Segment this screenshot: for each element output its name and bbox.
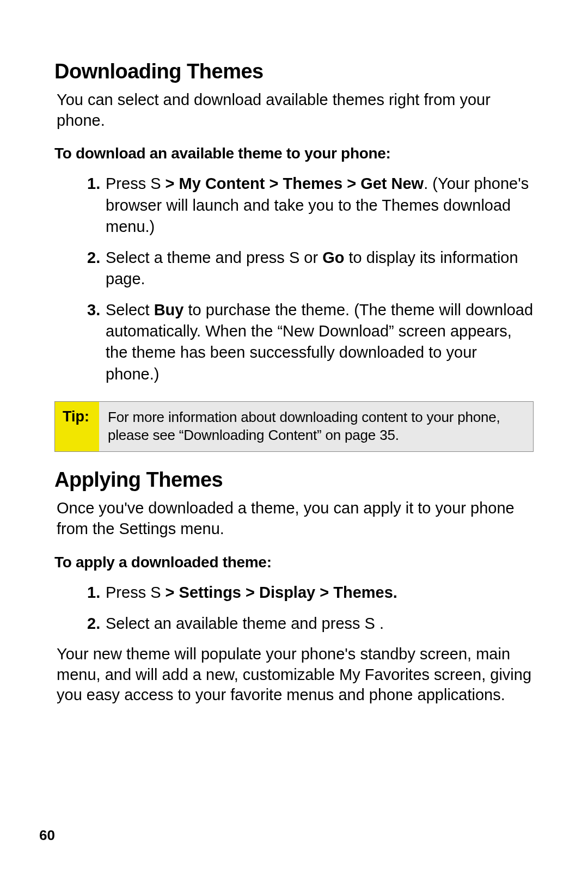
key-icon: S bbox=[150, 582, 161, 603]
subheading-apply: To apply a downloaded theme: bbox=[54, 554, 534, 571]
apply-steps-list: Press S > Settings > Display > Themes. S… bbox=[54, 582, 534, 634]
step-text: Select a theme and press bbox=[106, 249, 289, 266]
step-text: . bbox=[393, 584, 397, 601]
bold-term: Buy bbox=[154, 301, 184, 318]
heading-applying-themes: Applying Themes bbox=[54, 468, 534, 492]
nav-path: > Settings > Display > Themes bbox=[161, 584, 393, 601]
key-icon: S bbox=[365, 613, 375, 634]
tip-label: Tip: bbox=[55, 402, 99, 452]
step-text: . bbox=[375, 615, 384, 632]
step-item: Select an available theme and press S . bbox=[87, 613, 534, 634]
heading-downloading-themes: Downloading Themes bbox=[54, 60, 534, 83]
download-steps-list: Press S > My Content > Themes > Get New.… bbox=[54, 173, 534, 384]
tip-content: For more information about downloading c… bbox=[99, 402, 533, 452]
step-text: Select an available theme and press bbox=[106, 615, 365, 632]
subheading-download: To download an available theme to your p… bbox=[54, 145, 534, 162]
step-item: Press S > Settings > Display > Themes. bbox=[87, 582, 534, 603]
step-text: Select bbox=[106, 301, 154, 318]
intro-text: Once you've downloaded a theme, you can … bbox=[57, 498, 534, 539]
step-item: Select a theme and press S or Go to disp… bbox=[87, 247, 534, 290]
bold-term: Go bbox=[322, 249, 344, 266]
key-icon: S bbox=[289, 247, 299, 268]
step-item: Select Buy to purchase the theme. (The t… bbox=[87, 299, 534, 385]
step-text: or bbox=[299, 249, 322, 266]
manual-page: Downloading Themes You can select and do… bbox=[0, 0, 588, 882]
step-text: Press bbox=[106, 175, 150, 192]
key-icon: S bbox=[150, 173, 161, 194]
step-text: Press bbox=[106, 584, 150, 601]
nav-path: > My Content > Themes > Get New bbox=[161, 175, 424, 192]
outro-text: Your new theme will populate your phone'… bbox=[57, 644, 534, 706]
intro-text: You can select and download available th… bbox=[57, 90, 534, 131]
step-item: Press S > My Content > Themes > Get New.… bbox=[87, 173, 534, 237]
tip-box: Tip: For more information about download… bbox=[54, 401, 534, 452]
page-number: 60 bbox=[39, 827, 55, 844]
